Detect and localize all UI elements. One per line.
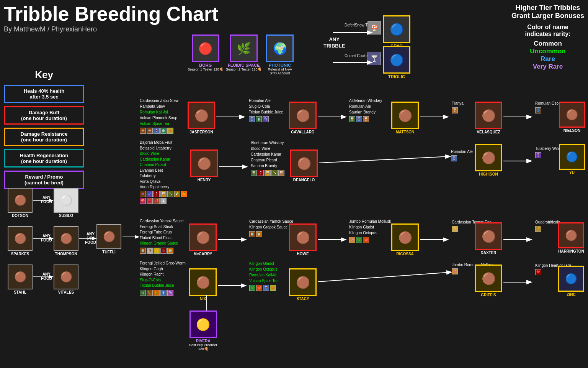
- any-tribble-label: ANYTRIBBLE: [323, 36, 345, 49]
- howe-name: HOWE: [289, 252, 317, 256]
- zinc-name: ZINC: [558, 292, 584, 297]
- arrow-nix-st: [218, 282, 248, 289]
- key-title: Key: [4, 69, 84, 81]
- fluidic-sub: Season 2 Tester 120🍕: [226, 67, 261, 71]
- arrow-m-v: [420, 113, 451, 121]
- harrington-tribble: 🟤 HARRINGTON: [558, 222, 584, 253]
- arrow-da-ha: [503, 236, 534, 243]
- nix-food-list: Ferengi Jellied Gree-Worm Klingon Gagh K…: [140, 261, 186, 296]
- arrow-hi-yu: [503, 157, 534, 165]
- harrington-food-list: Quadrotriticale 🌾: [535, 219, 560, 232]
- svg-line-20: [319, 156, 450, 163]
- page-subtitle: By MatthewM / PhyrexianHero: [4, 25, 219, 33]
- deangelo-name: DEANGELO: [290, 178, 318, 182]
- arrow-h-d: [219, 163, 250, 171]
- rarity-uncommon: Uncommon: [511, 48, 584, 55]
- mccarry-name: McCARRY: [189, 252, 217, 256]
- photonic-tribble: 🌍 PHOTONIC Referral of NewSTO Account: [266, 34, 294, 75]
- cavallaro-name: CAVALLARO: [289, 130, 317, 134]
- highison-food-list: Romulan Ale 🍷: [451, 149, 473, 161]
- photonic-img: 🌍: [266, 34, 294, 62]
- henry-food-list: Bajoran Moba Fruit Betazoid Uttaberry Bl…: [140, 140, 187, 204]
- thompson-name: THOMPSON: [54, 252, 78, 256]
- nielson-name: NIELSON: [559, 128, 585, 133]
- sparkes-tribble: 🟤 SPARKES: [8, 226, 33, 256]
- arrows-overlay: [0, 0, 588, 368]
- susilo-name: SUSILO: [54, 214, 78, 218]
- ricossa-tribble: 🟤 RICOSSA: [391, 223, 419, 256]
- arrow-v-n: [503, 113, 534, 121]
- mattson-name: MATTSON: [391, 130, 419, 134]
- stahl-name: STAHL: [8, 290, 33, 294]
- arrow-j-c: [216, 113, 247, 121]
- any-food-2: ANYFOOD: [41, 234, 52, 242]
- triolic-name: TRIOLIC: [383, 74, 410, 79]
- zinc-tribble: 🔵 ZINC: [558, 266, 584, 297]
- fluidic-img: 🌿: [230, 34, 258, 62]
- borg-tribble: 🔴 BORG Season 1 Tester 120🍕: [188, 34, 223, 71]
- deangelo-tribble: 🟤 DEANGELO: [290, 150, 318, 182]
- griffis-tribble: 🟤 GRIFFIS: [475, 264, 502, 297]
- cavallaro-food-list: Romulan Ale Slug-O-Cola Trixian Bubble J…: [249, 98, 283, 122]
- cryo-img: 🔵: [383, 15, 410, 43]
- cavallaro-tribble: 🟤 CAVALLARO: [289, 102, 317, 134]
- rivera-name: RIVERA: [189, 339, 217, 343]
- title-section: Tribble Breeding Chart By MatthewM / Phy…: [4, 4, 219, 33]
- henry-name: HENRY: [190, 178, 218, 182]
- mattson-tribble: 🟤 MATTSON: [391, 102, 419, 134]
- arrow-gr-zi: [503, 278, 534, 286]
- velasquez-tribble: 🟤 VELASQUEZ: [475, 102, 502, 134]
- legend-tier-title: Higher Tier Tribbles: [511, 4, 584, 12]
- jasperson-tribble: 🟤 JASPERSON: [188, 102, 215, 134]
- legend-color-subtitle: indicates rarity:: [511, 31, 584, 38]
- triolic-tribble: 🔵 TRIOLIC: [383, 46, 410, 79]
- key-reward: Reward / Promo(cannot be bred): [4, 171, 84, 189]
- nielson-tribble: 🟤 NIELSON: [559, 102, 585, 133]
- legend-color-title: Color of name: [511, 24, 584, 31]
- stacy-name: STACY: [289, 297, 317, 301]
- fluidic-tribble: 🌿 FLUIDIC SPACE Season 2 Tester 120🍕: [226, 34, 261, 71]
- fluidic-name: FLUIDIC SPACE: [226, 63, 261, 67]
- mccarry-tribble: 🟤 McCARRY: [189, 223, 217, 256]
- highison-tribble: 🟤 HIGHISON: [475, 144, 502, 176]
- stacy-tribble: 🟤 STACY: [289, 268, 317, 301]
- page: Tribble Breeding Chart By MatthewM / Phy…: [0, 0, 588, 368]
- stahl-tribble: 🟤 STAHL: [8, 264, 33, 294]
- sparkes-name: SPARKES: [8, 252, 33, 256]
- tuffli-name: TUFFLI: [96, 250, 121, 254]
- thompson-tribble: 🟤 THOMPSON: [54, 226, 78, 256]
- any-food-3: ANYFOOD: [41, 272, 52, 281]
- vitales-tribble: 🟤 VITALES: [54, 264, 78, 294]
- nix-name: NIX: [189, 297, 217, 301]
- key-health-regen: Health Regeneration(one hour duration): [4, 149, 84, 168]
- cryo-tribble: 🔵 CRYO: [383, 15, 410, 48]
- highison-name: HIGHISON: [475, 172, 502, 176]
- arrow-ri-da: [420, 236, 451, 243]
- howe-food-list: Cardassian Yamok Sauce Klingon Grapok Sa…: [249, 219, 293, 237]
- velasquez-name: VELASQUEZ: [475, 130, 502, 134]
- any-64-food: ANY64%FOOD: [85, 232, 96, 245]
- deangelo-food-list: Aldebaran Whiskey Blood Wine Cardassian …: [251, 140, 284, 176]
- rarity-very-rare: Very Rare: [511, 63, 584, 71]
- borg-name: BORG: [188, 63, 223, 67]
- mccarry-food-list: Cardassian Yamok Sauce Ferengi Snail Ste…: [140, 219, 184, 254]
- borg-sub: Season 1 Tester 120🍕: [188, 67, 223, 71]
- triolic-img: 🔵: [383, 46, 410, 74]
- daxter-name: DAXTER: [475, 251, 502, 255]
- stacy-food-list: Klingon Gladst Klingon Octopus Romulan K…: [249, 261, 279, 291]
- arrow-to-cryo: [333, 27, 379, 38]
- long-arrows: [0, 0, 588, 368]
- yu-name: YU: [559, 171, 585, 175]
- susilo-tribble: ⚪ SUSILO: [54, 188, 78, 218]
- legend-tier-subtitle: Grant Larger Bonuses: [511, 12, 584, 20]
- daxter-tribble: 🟤 DAXTER: [475, 222, 502, 255]
- dotson-name: DOTSON: [8, 214, 33, 218]
- ricossa-name: RICOSSA: [391, 252, 419, 256]
- svg-line-21: [318, 272, 451, 282]
- key-health: Heals 40% healthafter 3.5 sec: [4, 85, 84, 103]
- tuffli-tribble: 🟤 TUFFLI: [96, 224, 121, 254]
- ricossa-food-list: Jumbo Romulan Mollusk Klingon Gladst Kli…: [349, 219, 391, 243]
- jasperson-food-list: Cardassian Zabu Stew Rambata Stew Romula…: [140, 98, 178, 134]
- key-damage-buff: Damage Buff(one hour duration): [4, 106, 84, 125]
- vitales-name: VITALES: [54, 290, 78, 294]
